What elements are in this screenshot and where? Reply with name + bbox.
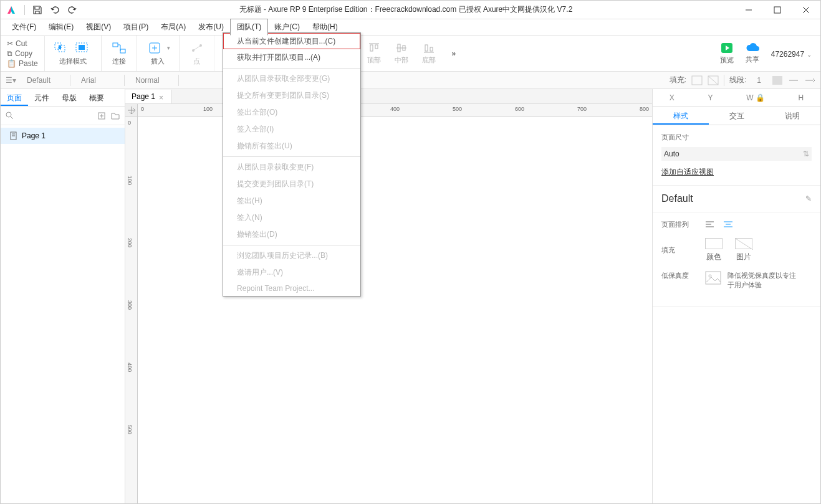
image-placeholder-icon[interactable] xyxy=(705,271,721,285)
more-icon[interactable]: » xyxy=(446,49,461,58)
search-icon[interactable] xyxy=(6,112,14,120)
add-page-icon[interactable] xyxy=(97,112,106,120)
minimize-button[interactable] xyxy=(734,1,763,19)
insert-group[interactable]: ▾ 插入 xyxy=(137,36,180,71)
svg-rect-6 xyxy=(59,45,61,49)
menu-checkout-all: 签出全部(O) xyxy=(223,104,360,121)
page-size-label: 页面尺寸 xyxy=(661,133,812,142)
paste-button[interactable]: 📋Paste xyxy=(6,59,39,69)
align-top-button[interactable]: 顶部 xyxy=(362,42,386,65)
svg-line-60 xyxy=(736,239,753,250)
fill-image-swatch[interactable] xyxy=(735,238,752,249)
right-panel: X Y W 🔒 H 样式 交互 说明 页面尺寸 Auto⇅ 添加自适应视图 De… xyxy=(652,89,820,503)
undo-icon[interactable] xyxy=(50,5,60,15)
menu-browse-history: 浏览团队项目历史记录...(B) xyxy=(223,247,360,264)
style-picker-icon[interactable]: ☰▾ xyxy=(6,76,16,85)
svg-rect-10 xyxy=(120,49,125,53)
ruler-corner xyxy=(125,104,138,116)
select-intersect-icon xyxy=(54,40,71,55)
svg-rect-38 xyxy=(692,76,702,85)
line-style-swatch[interactable] xyxy=(788,75,799,85)
svg-point-44 xyxy=(6,112,11,117)
edit-icon[interactable]: ✎ xyxy=(805,194,812,203)
line-width[interactable]: 1 xyxy=(751,74,767,87)
line-color-swatch[interactable] xyxy=(772,75,783,85)
add-folder-icon[interactable] xyxy=(111,112,120,120)
svg-rect-30 xyxy=(375,45,378,49)
lowfi-label: 低保真度 xyxy=(661,271,705,280)
page-icon xyxy=(9,131,18,140)
menu-undo-checkout: 撤销签出(D) xyxy=(223,226,360,243)
clipboard-icon: 📋 xyxy=(7,59,16,68)
page-item-page1[interactable]: Page 1 xyxy=(1,128,125,144)
menu-checkin-all: 签入全部(I) xyxy=(223,121,360,138)
tab-notes[interactable]: 说明 xyxy=(764,107,820,125)
svg-rect-41 xyxy=(772,76,782,85)
dim-y: Y xyxy=(708,93,713,102)
toolbar: ✂Cut ⧉Copy 📋Paste 选择模式 连接 ▾ 插入 点 100% ▾ xyxy=(1,36,820,72)
svg-line-45 xyxy=(11,116,13,119)
preview-button[interactable]: 预览 xyxy=(720,42,734,65)
scissors-icon: ✂ xyxy=(7,39,13,48)
play-icon xyxy=(720,42,734,54)
team-dropdown: 从当前文件创建团队项目...(C) 获取并打开团队项目...(A) 从团队目录获… xyxy=(223,32,361,297)
style-select[interactable]: Default xyxy=(21,74,65,87)
tab-style[interactable]: 样式 xyxy=(653,107,709,125)
maximize-button[interactable] xyxy=(763,1,792,19)
lowfi-desc: 降低视觉保真度以专注于用户体验 xyxy=(727,271,796,290)
menu-checkin: 签入(N) xyxy=(223,209,360,226)
fill-color-swatch[interactable] xyxy=(691,75,703,85)
share-button[interactable]: 共享 xyxy=(745,42,760,64)
canvas-tab-page1[interactable]: Page 1 × xyxy=(125,90,172,103)
menu-view[interactable]: 视图(V) xyxy=(80,19,117,35)
svg-rect-1 xyxy=(774,7,780,13)
app-logo xyxy=(6,4,17,16)
menu-checkout: 签出(H) xyxy=(223,193,360,209)
vertical-ruler: 0 100 200 300 400 500 xyxy=(125,116,138,503)
canvas[interactable] xyxy=(138,116,652,503)
menubar: 文件(F) 编辑(E) 视图(V) 项目(P) 布局(A) 发布(U) 团队(T… xyxy=(1,19,820,36)
plus-icon xyxy=(146,40,163,55)
close-button[interactable] xyxy=(792,1,820,19)
menu-file[interactable]: 文件(F) xyxy=(6,19,42,35)
weight-select[interactable]: Normal xyxy=(130,74,173,87)
align-bottom-button[interactable]: 底部 xyxy=(416,42,441,65)
tab-widgets[interactable]: 元件 xyxy=(28,89,55,106)
menu-get-open-team-project[interactable]: 获取并打开团队项目...(A) xyxy=(223,49,360,66)
menu-edit[interactable]: 编辑(E) xyxy=(42,19,80,35)
menu-project[interactable]: 项目(P) xyxy=(117,19,155,35)
arrow-swatch[interactable] xyxy=(804,75,815,85)
default-style-label: Default xyxy=(661,193,693,204)
svg-rect-61 xyxy=(706,272,721,284)
line-label: 线段: xyxy=(729,75,746,85)
tab-masters[interactable]: 母版 xyxy=(55,89,83,106)
align-left-icon[interactable] xyxy=(705,221,716,229)
tab-pages[interactable]: 页面 xyxy=(1,89,28,106)
cloud-icon xyxy=(745,42,760,54)
select-mode-group[interactable]: 选择模式 xyxy=(45,36,102,71)
fill-image-swatch[interactable] xyxy=(708,75,719,85)
copy-button[interactable]: ⧉Copy xyxy=(6,49,39,59)
cut-button[interactable]: ✂Cut xyxy=(6,39,39,49)
menu-team[interactable]: 团队(T) xyxy=(230,19,268,36)
align-middle-button[interactable]: 中部 xyxy=(389,42,414,65)
tab-outline[interactable]: 概要 xyxy=(83,89,110,106)
account-number[interactable]: 47262947 ⌄ xyxy=(771,49,812,59)
align-center-icon[interactable] xyxy=(723,221,734,229)
menu-undo-all-checkouts: 撤销所有签出(U) xyxy=(223,138,360,155)
menu-arrange[interactable]: 布局(A) xyxy=(155,19,192,35)
font-select[interactable]: Arial xyxy=(75,74,119,87)
canvas-area: Page 1 × 0 100 200 300 400 500 600 700 8… xyxy=(125,89,652,503)
add-adaptive-link[interactable]: 添加自适应视图 xyxy=(661,167,714,178)
point-group[interactable]: 点 xyxy=(180,36,215,71)
formatbar: ☰▾ Default Arial Normal 填充: 线段: 1 xyxy=(1,72,820,89)
svg-rect-8 xyxy=(79,45,85,50)
page-size-select[interactable]: Auto⇅ xyxy=(661,147,812,161)
menu-repoint: Repoint Team Project... xyxy=(223,281,360,296)
fill-color-swatch[interactable] xyxy=(705,238,723,249)
close-icon[interactable]: × xyxy=(159,93,165,100)
redo-icon[interactable] xyxy=(67,5,77,15)
connect-group[interactable]: 连接 xyxy=(102,36,137,71)
save-icon[interactable] xyxy=(32,5,42,15)
tab-interaction[interactable]: 交互 xyxy=(709,107,765,125)
